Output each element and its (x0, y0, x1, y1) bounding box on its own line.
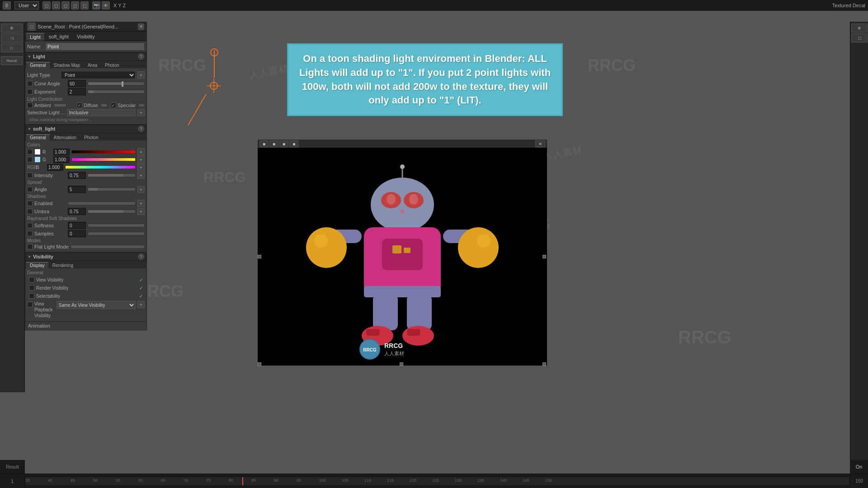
light-tab-shadowmap[interactable]: Shadow Map (50, 62, 84, 68)
flat-light-cb[interactable] (27, 244, 33, 249)
umbra-input[interactable] (68, 208, 86, 215)
render-tab-1[interactable]: ■ (259, 141, 269, 147)
softness-cb[interactable] (27, 223, 33, 228)
r-input[interactable] (53, 149, 70, 155)
light-tab-general[interactable]: General (26, 62, 50, 68)
tab-light[interactable]: Light (26, 33, 44, 41)
intensity-cb[interactable] (27, 173, 33, 178)
render-tab-4[interactable]: ■ (289, 141, 298, 147)
softness-input[interactable] (68, 222, 86, 229)
ambient-cb[interactable] (27, 103, 33, 108)
angle-input[interactable] (68, 186, 86, 193)
cone-angle-cb[interactable] (27, 81, 33, 86)
angle-cb[interactable] (27, 187, 33, 192)
light-type-dropdown[interactable]: Point (61, 71, 136, 79)
corner-mr[interactable] (542, 255, 546, 258)
r-tool-1[interactable]: ⊕ (851, 23, 868, 33)
g-slider[interactable] (71, 158, 136, 161)
color-swatch[interactable] (34, 149, 41, 155)
exponent-cb[interactable] (27, 89, 33, 94)
light-tab-area[interactable]: Area (84, 62, 101, 68)
samples-input[interactable] (68, 230, 86, 237)
light-tab-photon[interactable]: Photon (101, 62, 123, 68)
r-tool-2[interactable]: ◻ (851, 33, 868, 42)
umbra-add[interactable]: + (137, 208, 145, 215)
r-add[interactable]: + (137, 148, 145, 155)
light-help-btn[interactable]: ? (138, 53, 144, 60)
tab-soft-light[interactable]: soft_light (45, 33, 72, 41)
inclusive-dropdown[interactable]: Inclusive (67, 109, 136, 116)
b-add[interactable]: + (137, 164, 145, 171)
cone-angle-slider[interactable] (88, 82, 145, 85)
icon-5[interactable]: ◻ (80, 1, 89, 9)
specular-slider[interactable] (138, 103, 145, 107)
render-tab-2[interactable]: ■ (269, 141, 278, 147)
exponent-input[interactable] (68, 88, 86, 95)
umbra-cb[interactable] (27, 209, 33, 214)
scene-icon[interactable]: ◻ (28, 23, 36, 31)
samples-slider[interactable] (88, 232, 145, 235)
enabled-cb[interactable] (27, 201, 33, 206)
camera-icon[interactable]: 📷 (92, 1, 100, 9)
b-slider[interactable] (65, 165, 136, 169)
intensity-slider[interactable] (88, 174, 136, 177)
angle-slider[interactable] (88, 188, 136, 191)
icon-2[interactable]: ◻ (52, 1, 60, 9)
name-input[interactable] (45, 42, 145, 51)
b-input[interactable] (47, 164, 63, 171)
eye-icon[interactable]: 👁 (102, 1, 110, 9)
r-slider[interactable] (71, 150, 136, 154)
enabled-add[interactable]: + (137, 200, 145, 207)
light-section-header[interactable]: ▼ Light ? (25, 52, 146, 61)
visibility-help[interactable]: ? (138, 253, 144, 260)
render-close[interactable]: ✕ (535, 141, 545, 147)
mode-dropdown[interactable]: User (14, 1, 39, 9)
color-swatch-g[interactable] (34, 156, 41, 163)
render-tab-3[interactable]: ■ (279, 141, 288, 147)
umbra-slider[interactable] (88, 210, 136, 213)
soft-light-help[interactable]: ? (138, 126, 144, 132)
intensity-add[interactable]: + (137, 172, 145, 179)
view-vis-cb[interactable] (29, 277, 34, 282)
blender-icon[interactable]: B (3, 1, 11, 9)
zoom-fit-btn[interactable]: ⊕ (1, 23, 23, 33)
specular-cb[interactable] (111, 103, 116, 108)
diffuse-cb[interactable] (77, 103, 82, 108)
intensity-input[interactable] (68, 172, 86, 179)
render-vis-cb[interactable] (29, 285, 34, 291)
g-input[interactable] (53, 156, 70, 163)
angle-add[interactable]: + (137, 186, 145, 193)
view-pb-add[interactable]: + (137, 301, 145, 308)
playhead[interactable] (242, 477, 243, 485)
vis-tab-rendering[interactable]: Rendering (49, 262, 77, 268)
corner-ml[interactable] (258, 255, 261, 258)
softness-slider[interactable] (88, 224, 145, 227)
view-pb-dropdown[interactable]: Same As View Visibility (57, 301, 136, 309)
ambient-slider[interactable] (54, 103, 66, 107)
sl-tab-attenuation[interactable]: Attenuation (50, 134, 80, 141)
tab-visibility[interactable]: Visibility (73, 33, 99, 41)
inclusive-add[interactable]: + (137, 109, 145, 116)
light-type-add[interactable]: + (137, 71, 145, 79)
g-add[interactable]: + (137, 156, 145, 163)
next-btn[interactable]: ▷ (1, 43, 23, 52)
sl-tab-photon[interactable]: Photon (80, 134, 102, 141)
enabled-slider[interactable] (68, 202, 136, 205)
soft-light-section-header[interactable]: ▼ soft_light ? (25, 124, 146, 133)
color-r-cb[interactable] (27, 149, 33, 155)
timeline[interactable]: 1 35 40 45 50 55 60 65 70 75 80 85 90 95… (0, 474, 868, 488)
samples-cb[interactable] (27, 231, 33, 236)
prev-btn[interactable]: ◁ (1, 33, 23, 42)
flat-light-slider[interactable] (71, 245, 145, 249)
diffuse-slider[interactable] (101, 103, 107, 107)
color-g-cb[interactable] (27, 157, 33, 162)
sl-tab-general[interactable]: General (26, 134, 50, 141)
icon-1[interactable]: ◻ (42, 1, 51, 9)
corner-bc[interactable] (400, 362, 403, 366)
timeline-track[interactable]: 35 40 45 50 55 60 65 70 75 80 85 90 95 1… (25, 477, 850, 486)
corner-br[interactable] (542, 362, 546, 366)
corner-bl[interactable] (258, 362, 261, 366)
scene-close[interactable]: ✕ (138, 23, 144, 30)
sel-cb[interactable] (29, 293, 34, 299)
view-pb-cb[interactable] (27, 302, 33, 307)
